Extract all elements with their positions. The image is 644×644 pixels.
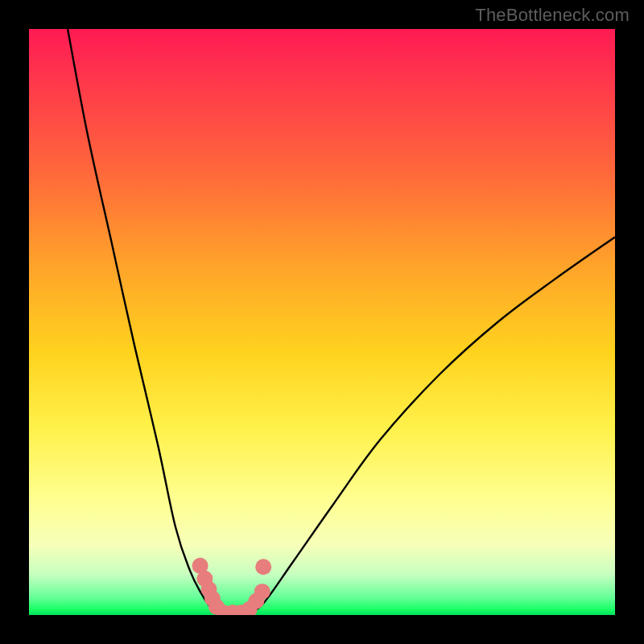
marker-point [254,584,270,600]
watermark-text: TheBottleneck.com [475,5,630,26]
marker-point [255,559,271,575]
chart-svg [29,29,615,615]
marker-points [192,558,272,615]
chart-frame: TheBottleneck.com [0,0,644,644]
plot-area [29,29,615,615]
curve-left [68,29,220,613]
curve-right [249,237,615,613]
